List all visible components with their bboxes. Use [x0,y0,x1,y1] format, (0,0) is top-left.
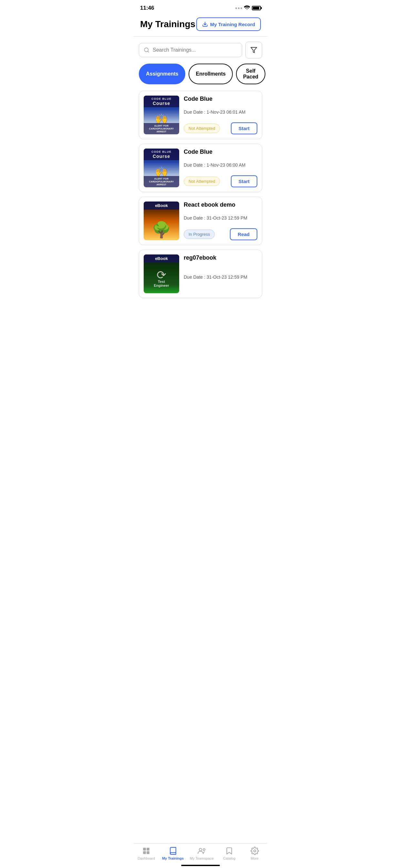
table-row: eBook ⟳ TestEngineer reg07ebook Due Date… [139,250,262,298]
status-icons [235,5,261,11]
table-row: CODE BLUE Course 🙌 ALERT FOR CARDIOPULMO… [139,91,262,139]
card-title: React ebook demo [184,202,257,208]
card-thumbnail: CODE BLUE Course 🙌 ALERT FOR CARDIOPULMO… [144,149,179,187]
download-icon [202,21,208,27]
card-title: Code Blue [184,149,257,155]
search-input[interactable] [153,47,237,53]
wifi-icon [244,5,250,11]
tab-assignments[interactable]: Assignments [139,64,185,84]
cards-list: CODE BLUE Course 🙌 ALERT FOR CARDIOPULMO… [134,91,267,298]
status-badge: In Progress [184,229,215,239]
status-badge: Not Attempted [184,124,220,133]
svg-marker-3 [251,48,257,53]
card-footer: Not Attempted Start [184,122,257,134]
read-button[interactable]: Read [230,228,257,240]
filter-button[interactable] [245,42,262,58]
tab-selfpaced[interactable]: Self Paced [236,64,266,84]
filter-icon [250,46,257,54]
tab-enrollments[interactable]: Enrollments [189,64,233,84]
table-row: eBook 🌳 React ebook demo Due Date : 31-O… [139,197,262,245]
status-time: 11:46 [140,5,154,11]
card-title: Code Blue [184,96,257,102]
card-thumbnail: eBook ⟳ TestEngineer [144,254,179,293]
status-bar: 11:46 [134,0,267,14]
card-footer: Not Attempted Start [184,175,257,187]
card-thumbnail: CODE BLUE Course 🙌 ALERT FOR CARDIOPULMO… [144,96,179,134]
header: My Trainings My Training Record [134,14,267,36]
battery-icon [252,6,261,10]
training-record-button[interactable]: My Training Record [196,18,261,31]
card-due-date: Due Date : 1-Nov-23 06:01 AM [184,110,257,115]
header-divider [134,36,267,36]
card-content: React ebook demo Due Date : 31-Oct-23 12… [184,202,257,240]
signal-icon [235,7,242,9]
card-footer: In Progress Read [184,228,257,240]
card-due-date: Due Date : 31-Oct-23 12:59 PM [184,275,257,280]
search-container[interactable] [139,43,242,57]
training-record-label: My Training Record [210,22,255,27]
status-badge: Not Attempted [184,177,220,186]
start-button[interactable]: Start [231,175,257,187]
card-content: reg07ebook Due Date : 31-Oct-23 12:59 PM [184,254,257,293]
card-due-date: Due Date : 31-Oct-23 12:59 PM [184,215,257,221]
card-title: reg07ebook [184,254,257,261]
card-thumbnail: eBook 🌳 [144,202,179,240]
search-icon [144,47,150,53]
card-content: Code Blue Due Date : 1-Nov-23 06:00 AM N… [184,149,257,187]
tabs-row: Assignments Enrollments Self Paced [134,64,267,84]
table-row: CODE BLUE Course 🙌 ALERT FOR CARDIOPULMO… [139,144,262,192]
svg-line-2 [148,51,149,52]
search-row [134,42,267,58]
card-content: Code Blue Due Date : 1-Nov-23 06:01 AM N… [184,96,257,134]
start-button[interactable]: Start [231,122,257,134]
card-due-date: Due Date : 1-Nov-23 06:00 AM [184,162,257,167]
page-title: My Trainings [140,19,195,29]
